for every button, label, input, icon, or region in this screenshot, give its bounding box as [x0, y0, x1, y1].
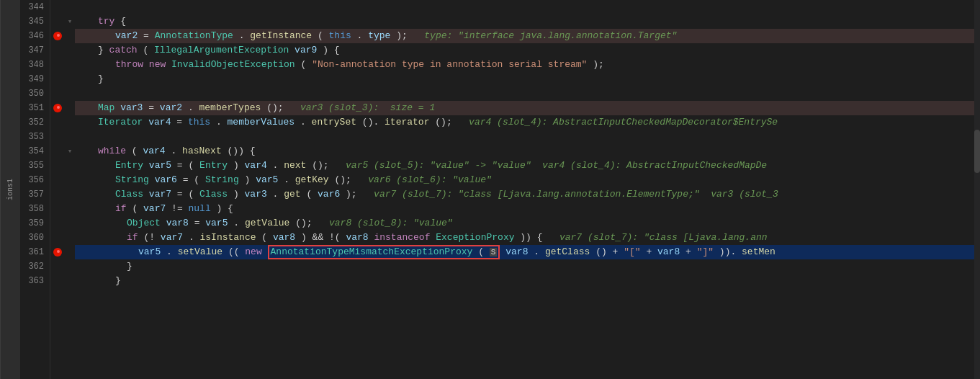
fold-354[interactable]: ▾	[65, 144, 75, 159]
breakpoint-351[interactable]	[53, 104, 62, 112]
token-var3-357: var3	[245, 189, 267, 200]
vertical-scrollbar[interactable]	[974, 0, 980, 379]
fold-344	[65, 0, 75, 14]
token-getvalue: getValue	[245, 218, 289, 228]
line-num-352: 352	[20, 115, 50, 130]
line-num-351: 351	[20, 101, 50, 115]
bp-362[interactable]	[50, 259, 65, 274]
code-line-355: Entry var5 = ( Entry ) var4 . next (); v…	[75, 159, 980, 173]
token-comment-356: var6 (slot_6): "value"	[357, 174, 492, 185]
fold-indicators[interactable]: ▾ ▾	[65, 0, 75, 379]
fold-361	[65, 245, 75, 259]
token-this-346: this	[329, 30, 351, 41]
bp-359[interactable]	[50, 216, 65, 231]
token-comment-352: var4 (slot_4): AbstractInputCheckedMapDe…	[458, 117, 778, 128]
code-line-359: Object var8 = var5 . getValue (); var8 (…	[75, 216, 980, 231]
token-var4-355: var4	[245, 160, 267, 171]
token-var3: var3	[120, 102, 143, 113]
fold-353	[65, 130, 75, 144]
token-s-badge: S	[490, 248, 498, 257]
token-var6: var6	[155, 174, 177, 185]
code-line-363: }	[75, 274, 980, 288]
bp-363[interactable]	[50, 274, 65, 288]
bp-352[interactable]	[50, 115, 65, 130]
fold-352	[65, 115, 75, 130]
code-line-352: Iterator var4 = this . memberValues . en…	[75, 115, 980, 130]
breakpoint-346[interactable]	[53, 32, 62, 40]
token-var4: var4	[148, 117, 171, 128]
token-var4-354: var4	[143, 146, 165, 156]
token-setmen: setMen	[742, 246, 776, 257]
token-invalidobj: InvalidObjectException	[171, 59, 295, 70]
token-object-359: Object	[127, 218, 161, 228]
fold-347	[65, 43, 75, 58]
token-annotationmismatch: AnnotationTypeMismatchExceptionProxy	[271, 246, 473, 257]
fold-348	[65, 58, 75, 72]
token-type-346: type	[368, 30, 390, 41]
token-iterator: iterator	[385, 117, 429, 128]
token-this-352: this	[188, 117, 210, 128]
token-str-348: "Non-annotation type in annotation seria…	[312, 59, 587, 70]
line-num-357: 357	[20, 187, 50, 202]
bp-356[interactable]	[50, 173, 65, 187]
fold-355	[65, 159, 75, 173]
fold-icon-354[interactable]: ▾	[68, 144, 73, 159]
editor-container: ions1 344 345 346 347 348 349 350 351 35…	[0, 0, 980, 379]
fold-362	[65, 259, 75, 274]
token-hasnext: hasNext	[182, 146, 222, 156]
bp-361[interactable]	[50, 245, 65, 259]
bp-347[interactable]	[50, 43, 65, 58]
bp-348[interactable]	[50, 58, 65, 72]
line-num-349: 349	[20, 72, 50, 86]
breakpoints-gutter[interactable]	[50, 0, 65, 379]
token-next: next	[284, 160, 306, 171]
token-var8-inst: var8	[346, 232, 368, 243]
token-var8-360: var8	[273, 232, 295, 243]
token-string-356: String	[115, 174, 149, 185]
line-num-363: 363	[20, 274, 50, 288]
token-if-358: if	[115, 203, 127, 214]
line-num-347: 347	[20, 43, 50, 58]
bp-354[interactable]	[50, 144, 65, 159]
bp-346[interactable]	[50, 29, 65, 43]
highlighted-box: AnnotationTypeMismatchExceptionProxy ( S	[268, 245, 500, 259]
code-line-360: if (! var7 . isInstance ( var8 ) && !( v…	[75, 231, 980, 245]
token-getclass: getClass	[545, 246, 590, 257]
bp-355[interactable]	[50, 159, 65, 173]
code-line-349: }	[75, 72, 980, 86]
sidebar-label: ions1	[0, 0, 20, 379]
bp-357[interactable]	[50, 187, 65, 202]
bp-345[interactable]	[50, 14, 65, 29]
token-try: try	[98, 16, 114, 27]
token-null-358: null	[188, 203, 210, 214]
fold-358	[65, 202, 75, 216]
bp-344[interactable]	[50, 0, 65, 14]
bp-349[interactable]	[50, 72, 65, 86]
token-comment-359: var8 (slot_8): "value"	[318, 218, 452, 228]
token-catch: catch	[109, 45, 138, 55]
line-num-356: 356	[20, 173, 50, 187]
bp-358[interactable]	[50, 202, 65, 216]
bp-353[interactable]	[50, 130, 65, 144]
breakpoint-361[interactable]	[53, 248, 62, 257]
bp-350[interactable]	[50, 86, 65, 101]
code-line-346: var2 = AnnotationType . getInstance ( th…	[75, 29, 980, 43]
fold-357	[65, 187, 75, 202]
code-line-350	[75, 86, 980, 101]
bp-351[interactable]	[50, 101, 65, 115]
fold-345[interactable]: ▾	[65, 14, 75, 29]
token-var5: var5	[149, 160, 171, 171]
line-numbers: 344 345 346 347 348 349 350 351 352 353 …	[20, 0, 50, 379]
scrollbar-thumb[interactable]	[974, 130, 980, 173]
token-comment-360: var7 (slot_7): "class [Ljava.lang.ann	[548, 232, 767, 243]
line-num-345: 345	[20, 14, 50, 29]
code-line-361: var5 . setValue (( new AnnotationTypeMis…	[75, 245, 980, 259]
bp-360[interactable]	[50, 231, 65, 245]
token-entryset: entrySet	[312, 117, 356, 128]
token-var8-361: var8	[505, 246, 528, 257]
fold-346	[65, 29, 75, 43]
code-area[interactable]: try { var2 = AnnotationType . getInstanc…	[75, 0, 980, 379]
token-comment-346: type: "interface java.lang.annotation.Ta…	[413, 30, 678, 41]
token-membertypes: memberTypes	[199, 102, 261, 113]
fold-icon-345[interactable]: ▾	[68, 14, 73, 29]
